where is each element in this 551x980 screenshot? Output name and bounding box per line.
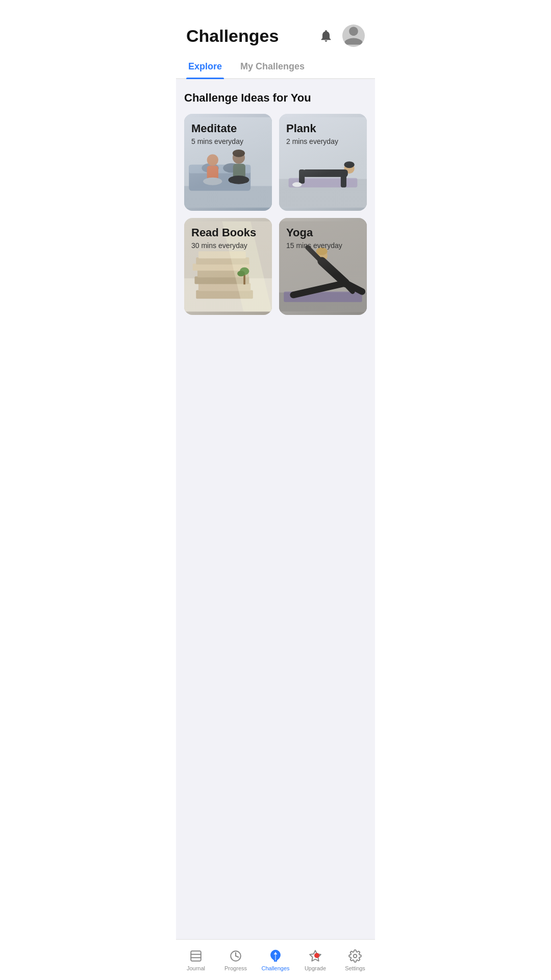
nav-label-progress: Progress	[224, 965, 247, 971]
tab-explore[interactable]: Explore	[186, 55, 224, 78]
bell-icon[interactable]	[317, 27, 335, 45]
page-title: Challenges	[186, 26, 279, 46]
tabs-bar: Explore My Challenges	[176, 55, 375, 79]
challenge-name-yoga: Yoga	[286, 226, 360, 239]
nav-label-challenges: Challenges	[261, 965, 289, 971]
challenge-card-content-yoga: Yoga 15 mins everyday	[279, 218, 367, 258]
challenge-grid: Meditate 5 mins everyday	[184, 114, 367, 315]
svg-rect-46	[191, 951, 201, 961]
challenge-card-content-plank: Plank 2 mins everyday	[279, 114, 367, 154]
challenge-duration-read-books: 30 mins everyday	[191, 241, 265, 250]
challenge-name-read-books: Read Books	[191, 226, 265, 239]
nav-item-settings[interactable]: Settings	[335, 940, 375, 980]
settings-icon	[348, 949, 362, 963]
nav-label-settings: Settings	[345, 965, 365, 971]
avatar-icon[interactable]	[342, 24, 365, 47]
svg-point-52	[354, 954, 357, 958]
nav-label-upgrade: Upgrade	[305, 965, 326, 971]
upgrade-badge	[314, 953, 319, 958]
section-title: Challenge Ideas for You	[184, 91, 367, 105]
challenge-name-plank: Plank	[286, 122, 360, 135]
challenge-duration-plank: 2 mins everyday	[286, 137, 360, 145]
header-icons	[317, 24, 365, 47]
nav-label-journal: Journal	[187, 965, 205, 971]
nav-item-journal[interactable]: Journal	[176, 940, 216, 980]
challenges-icon	[268, 949, 283, 963]
challenge-name-meditate: Meditate	[191, 122, 265, 135]
nav-item-upgrade[interactable]: Upgrade	[295, 940, 335, 980]
challenge-card-plank[interactable]: Plank 2 mins everyday	[279, 114, 367, 211]
challenge-card-content-meditate: Meditate 5 mins everyday	[184, 114, 272, 154]
journal-icon	[189, 949, 203, 963]
challenge-duration-yoga: 15 mins everyday	[286, 241, 360, 250]
challenge-card-meditate[interactable]: Meditate 5 mins everyday	[184, 114, 272, 211]
nav-item-challenges[interactable]: Challenges	[256, 940, 295, 980]
bottom-nav: Journal Progress Challenges	[176, 939, 375, 980]
upgrade-icon	[308, 949, 322, 963]
nav-item-progress[interactable]: Progress	[216, 940, 256, 980]
progress-icon	[229, 949, 243, 963]
challenge-card-yoga[interactable]: Yoga 15 mins everyday	[279, 218, 367, 315]
challenge-card-content-read-books: Read Books 30 mins everyday	[184, 218, 272, 258]
main-content: Challenge Ideas for You	[176, 79, 375, 957]
challenge-card-read-books[interactable]: Read Books 30 mins everyday	[184, 218, 272, 315]
challenge-duration-meditate: 5 mins everyday	[191, 137, 265, 145]
header: Challenges	[176, 0, 375, 55]
tab-my-challenges[interactable]: My Challenges	[238, 55, 307, 78]
